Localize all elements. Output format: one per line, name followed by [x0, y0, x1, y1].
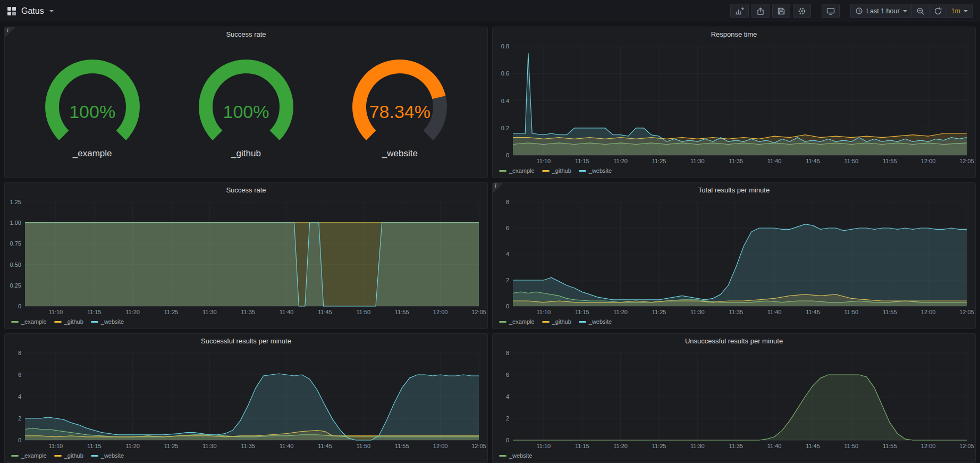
dashboard-grid: Success rate 100% _example 100% _github … [0, 22, 980, 463]
y-tick-label: 0.75 [10, 240, 21, 247]
unsuccessful-results-chart[interactable]: 0246811:1011:1511:2011:2511:3011:3511:40… [493, 348, 975, 451]
legend-color-icon [499, 170, 506, 172]
legend-item-_example[interactable]: _example [11, 318, 47, 325]
panel-total-results: Total results per minute 0246811:1011:15… [492, 182, 976, 329]
x-tick-label: 11:15 [575, 158, 589, 164]
response-time-chart[interactable]: 00.20.40.60.811:1011:1511:2011:2511:3011… [493, 41, 975, 166]
y-tick-label: 2 [506, 277, 509, 283]
legend-color-icon [499, 455, 506, 457]
legend-color-icon [91, 455, 98, 457]
x-tick-label: 11:30 [202, 309, 217, 315]
x-tick-label: 11:40 [767, 309, 782, 315]
x-tick-label: 11:30 [690, 443, 705, 449]
total-results-chart[interactable]: 0246811:1011:1511:2011:2511:3011:3511:40… [493, 197, 975, 317]
add-panel-button[interactable] [730, 4, 749, 18]
add-panel-icon [735, 7, 744, 15]
y-tick-label: 4 [506, 393, 509, 400]
x-tick-label: 11:25 [164, 309, 179, 315]
dashboard-title[interactable]: Gatus [21, 6, 44, 16]
legend-item-_github[interactable]: _github [542, 167, 571, 174]
x-tick-label: 11:55 [883, 443, 897, 449]
y-tick-label: 1.00 [10, 220, 21, 226]
y-tick-label: 0 [18, 437, 21, 443]
y-tick-label: 6 [18, 372, 21, 378]
legend-item-_website[interactable]: _website [499, 452, 532, 459]
x-tick-label: 11:35 [241, 309, 255, 315]
y-tick-label: 0.50 [10, 262, 21, 268]
panel-unsuccessful-results: Unsuccessful results per minute 0246811:… [492, 333, 976, 463]
legend-item-_example[interactable]: _example [499, 167, 535, 174]
y-tick-label: 8 [506, 199, 509, 205]
refresh-button[interactable] [929, 4, 947, 18]
x-tick-label: 11:45 [806, 309, 820, 315]
time-range-picker[interactable]: Last 1 hour [850, 4, 911, 18]
dashboard-grid-icon[interactable] [7, 7, 16, 15]
x-tick-label: 11:55 [883, 309, 897, 315]
info-icon[interactable] [5, 27, 15, 38]
x-tick-label: 11:10 [537, 309, 551, 315]
panel-title[interactable]: Response time [711, 30, 757, 38]
gauge-arc-segment [206, 66, 286, 135]
x-tick-label: 11:30 [690, 158, 705, 164]
refresh-interval-label: 1m [951, 7, 960, 15]
legend-item-_github[interactable]: _github [542, 318, 571, 325]
legend-item-_website[interactable]: _website [91, 452, 124, 459]
x-tick-label: 11:10 [49, 443, 63, 449]
tv-icon [826, 7, 835, 15]
panel-title[interactable]: Success rate [226, 186, 266, 194]
y-tick-label: 0 [506, 303, 509, 309]
tv-mode-button[interactable] [822, 4, 840, 18]
x-tick-label: 11:30 [202, 443, 217, 449]
settings-button[interactable] [793, 4, 811, 18]
x-tick-label: 11:40 [280, 309, 294, 315]
x-tick-label: 11:35 [729, 443, 743, 449]
x-tick-label: 11:20 [613, 309, 628, 315]
legend-label: _example [509, 167, 535, 174]
legend-label: _example [21, 318, 47, 325]
panel-title[interactable]: Successful results per minute [201, 337, 291, 345]
panel-title[interactable]: Total results per minute [698, 186, 770, 194]
gauge-github: 100% _github [179, 56, 313, 159]
legend-item-_website[interactable]: _website [91, 318, 124, 325]
x-tick-label: 11:45 [318, 443, 332, 449]
navbar: Gatus Last 1 hour [0, 0, 980, 22]
legend-label: _example [21, 452, 47, 459]
series-area-_website [25, 223, 479, 306]
x-tick-label: 11:50 [844, 443, 859, 449]
chart-legend: _example_github_website [493, 317, 975, 329]
panel-success-rate: Success rate 00.250.500.751.001.2511:101… [4, 182, 488, 329]
legend-item-_example[interactable]: _example [11, 452, 47, 459]
legend-color-icon [542, 170, 550, 172]
x-tick-label: 11:20 [613, 443, 628, 449]
legend-item-_website[interactable]: _website [579, 318, 612, 325]
refresh-interval-picker[interactable]: 1m [947, 4, 973, 18]
chart-legend: _example_github_website [493, 166, 975, 178]
panel-title[interactable]: Success rate [226, 30, 266, 38]
info-icon[interactable] [493, 183, 503, 193]
legend-item-_github[interactable]: _github [54, 318, 83, 325]
success-rate-chart[interactable]: 00.250.500.751.001.2511:1011:1511:2011:2… [5, 197, 487, 317]
legend-item-_website[interactable]: _website [579, 167, 612, 174]
series-area-_website [513, 224, 967, 306]
zoom-out-icon [916, 7, 925, 15]
successful-results-chart[interactable]: 0246811:1011:1511:2011:2511:3011:3511:40… [5, 348, 487, 451]
x-tick-label: 11:50 [357, 443, 371, 449]
save-button[interactable] [772, 4, 790, 18]
y-tick-label: 0.25 [10, 282, 21, 289]
x-tick-label: 11:45 [806, 443, 820, 449]
y-tick-label: 4 [18, 393, 21, 400]
x-tick-label: 11:35 [241, 443, 255, 449]
x-tick-label: 12:05 [959, 309, 974, 315]
chevron-down-icon [903, 10, 907, 12]
x-tick-label: 11:20 [125, 443, 140, 449]
gauge-website: 78.34% _website [333, 56, 467, 159]
legend-color-icon [54, 455, 62, 457]
x-tick-label: 11:10 [49, 309, 63, 315]
panel-title[interactable]: Unsuccessful results per minute [685, 337, 783, 345]
share-button[interactable] [751, 4, 770, 18]
legend-item-_example[interactable]: _example [499, 318, 535, 325]
legend-item-_github[interactable]: _github [54, 452, 83, 459]
legend-color-icon [91, 321, 98, 323]
legend-color-icon [499, 321, 506, 323]
zoom-out-button[interactable] [911, 4, 929, 18]
